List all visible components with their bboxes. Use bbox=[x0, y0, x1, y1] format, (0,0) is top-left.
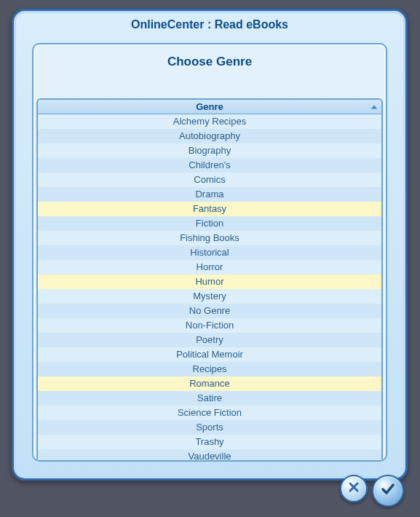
list-item[interactable]: Comics bbox=[38, 173, 381, 187]
sort-ascending-icon bbox=[371, 105, 377, 108]
list-item[interactable]: Political Memoir bbox=[38, 347, 381, 362]
list-item[interactable]: Mystery bbox=[38, 289, 381, 304]
list-item[interactable]: Horror bbox=[38, 260, 381, 275]
list-item[interactable]: Non-Fiction bbox=[38, 318, 381, 333]
list-item[interactable]: Alchemy Recipes bbox=[38, 114, 381, 129]
dialog-frame: OnlineCenter : Read eBooks Choose Genre … bbox=[12, 9, 408, 481]
column-header-genre[interactable]: Genre bbox=[38, 100, 381, 114]
genre-list: Genre Alchemy RecipesAutobiographyBiogra… bbox=[36, 98, 383, 462]
dialog-buttons bbox=[340, 475, 404, 507]
list-item[interactable]: Fantasy bbox=[38, 202, 381, 216]
list-item[interactable]: Drama bbox=[38, 187, 381, 202]
dialog-subtitle: Choose Genre bbox=[33, 44, 386, 98]
list-item[interactable]: Vaudeville bbox=[38, 449, 381, 462]
column-header-label: Genre bbox=[196, 101, 223, 112]
dialog-title: OnlineCenter : Read eBooks bbox=[14, 11, 405, 37]
list-item[interactable]: Satire bbox=[38, 391, 381, 406]
list-item[interactable]: Biography bbox=[38, 143, 381, 158]
list-item[interactable]: Sports bbox=[38, 420, 381, 435]
list-item[interactable]: Children's bbox=[38, 158, 381, 173]
close-icon bbox=[348, 481, 360, 496]
list-item[interactable]: Historical bbox=[38, 245, 381, 260]
list-item[interactable]: Fishing Books bbox=[38, 231, 381, 245]
inner-panel: Choose Genre Genre Alchemy RecipesAutobi… bbox=[32, 43, 387, 462]
close-button[interactable] bbox=[340, 475, 368, 502]
list-body: Alchemy RecipesAutobiographyBiographyChi… bbox=[38, 114, 381, 462]
list-item[interactable]: Poetry bbox=[38, 333, 381, 347]
list-item[interactable]: Humor bbox=[38, 275, 381, 289]
list-item[interactable]: Recipes bbox=[38, 362, 381, 376]
list-item[interactable]: No Genre bbox=[38, 304, 381, 318]
list-item[interactable]: Fiction bbox=[38, 216, 381, 231]
list-item[interactable]: Science Fiction bbox=[38, 406, 381, 420]
check-icon bbox=[380, 481, 396, 500]
list-item[interactable]: Autobiography bbox=[38, 129, 381, 143]
list-item[interactable]: Romance bbox=[38, 376, 381, 391]
accept-button[interactable] bbox=[372, 475, 404, 507]
list-item[interactable]: Trashy bbox=[38, 435, 381, 449]
